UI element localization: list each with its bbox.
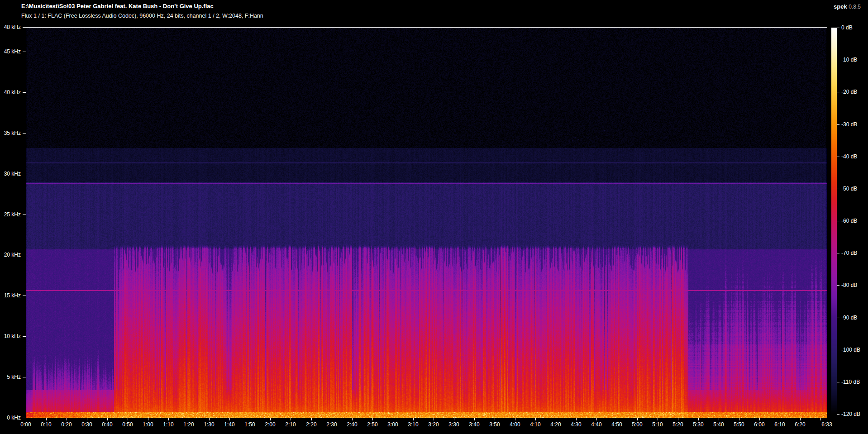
legend-label: -40 dB: [841, 154, 857, 159]
time-axis-label: 4:00: [505, 422, 525, 427]
time-axis-label: 2:20: [301, 422, 321, 427]
legend-label: -20 dB: [841, 89, 857, 95]
time-axis-label: 0:50: [118, 422, 138, 427]
time-tick: [67, 418, 67, 420]
time-axis-label: 0:10: [36, 422, 56, 427]
time-axis-label: 4:10: [525, 422, 545, 427]
legend-tick: [837, 157, 839, 157]
freq-tick: [23, 336, 26, 337]
legend-label: -110 dB: [841, 379, 860, 385]
time-tick: [189, 418, 189, 420]
time-tick: [332, 418, 332, 420]
time-tick: [209, 418, 210, 420]
time-axis-label: 5:50: [729, 422, 749, 427]
time-axis-label: 6:20: [790, 422, 810, 427]
time-tick: [576, 418, 577, 420]
time-axis-label: 1:00: [138, 422, 158, 427]
legend-tick: [837, 350, 839, 350]
freq-tick: [23, 377, 26, 377]
freq-axis-label: 48 kHz: [0, 24, 21, 30]
file-path-title: E:\Music\test\So\03 Peter Gabriel feat. …: [21, 3, 214, 10]
time-tick: [413, 418, 414, 420]
time-tick: [128, 418, 128, 420]
app-version: 0.8.5: [849, 4, 861, 10]
legend-tick: [837, 60, 839, 60]
time-axis-label: 3:50: [485, 422, 505, 427]
freq-tick: [23, 52, 26, 52]
time-axis-label: 4:30: [566, 422, 586, 427]
legend-label: -50 dB: [841, 186, 857, 191]
freq-axis-label: 45 kHz: [0, 49, 21, 54]
freq-tick: [23, 296, 26, 296]
time-axis-label: 6:10: [770, 422, 790, 427]
time-tick: [291, 418, 291, 420]
time-tick: [678, 418, 678, 420]
time-axis-label: 3:30: [444, 422, 464, 427]
freq-axis-label: 25 kHz: [0, 212, 21, 217]
legend-label: -120 dB: [841, 411, 860, 417]
freq-tick: [23, 27, 26, 28]
time-axis-label: 6:00: [749, 422, 769, 427]
time-tick: [719, 418, 719, 420]
legend-label: -70 dB: [841, 250, 857, 256]
time-tick: [26, 418, 26, 420]
time-axis-label: 5:00: [627, 422, 647, 427]
time-axis-label: 6:33: [817, 422, 837, 427]
time-tick: [454, 418, 454, 420]
freq-tick: [23, 174, 26, 174]
time-tick: [820, 418, 821, 420]
legend-label: -10 dB: [841, 57, 857, 62]
time-axis-label: 0:00: [16, 422, 36, 427]
time-tick: [800, 418, 801, 420]
time-tick: [780, 418, 780, 420]
time-axis-label: 0:40: [97, 422, 117, 427]
time-axis-label: 5:30: [688, 422, 708, 427]
time-tick: [434, 418, 434, 420]
time-tick: [637, 418, 638, 420]
spectrogram-canvas: [26, 28, 827, 418]
time-tick: [168, 418, 169, 420]
app-name: spek: [834, 3, 847, 10]
freq-tick: [23, 255, 26, 255]
time-tick: [372, 418, 373, 420]
time-tick: [556, 418, 556, 420]
time-tick: [107, 418, 108, 420]
time-axis-label: 0:20: [57, 422, 76, 427]
time-tick: [46, 418, 47, 420]
legend-tick: [837, 382, 839, 382]
time-axis-label: 4:50: [607, 422, 627, 427]
time-axis-label: 2:30: [322, 422, 342, 427]
time-tick: [148, 418, 148, 420]
time-axis-label: 1:40: [219, 422, 239, 427]
time-axis-label: 2:50: [362, 422, 382, 427]
time-axis-label: 2:40: [342, 422, 362, 427]
freq-axis-label: 5 kHz: [0, 374, 21, 380]
legend-colorbar: [831, 28, 837, 415]
time-tick: [617, 418, 617, 420]
freq-tick: [23, 418, 26, 418]
time-tick: [229, 418, 230, 420]
freq-axis-label: 20 kHz: [0, 252, 21, 258]
time-axis-label: 5:20: [668, 422, 688, 427]
time-axis-label: 1:10: [158, 422, 178, 427]
legend-label: 0 dB: [841, 25, 853, 30]
time-axis-label: 5:40: [709, 422, 729, 427]
time-axis-label: 0:30: [77, 422, 97, 427]
time-tick: [827, 418, 827, 420]
time-tick: [270, 418, 271, 420]
time-axis-label: 5:10: [648, 422, 668, 427]
time-axis-label: 3:40: [464, 422, 484, 427]
time-axis-label: 3:00: [383, 422, 403, 427]
time-axis-label: 1:50: [240, 422, 260, 427]
legend-label: -30 dB: [841, 122, 857, 127]
time-axis-label: 4:20: [546, 422, 566, 427]
legend-tick: [837, 124, 839, 125]
legend-label: -90 dB: [841, 315, 857, 320]
legend-tick: [837, 92, 839, 92]
legend-tick: [837, 285, 839, 286]
freq-axis-label: 40 kHz: [0, 90, 21, 95]
time-tick: [352, 418, 353, 420]
time-axis-label: 1:30: [199, 422, 219, 427]
time-tick: [698, 418, 699, 420]
time-tick: [393, 418, 393, 420]
